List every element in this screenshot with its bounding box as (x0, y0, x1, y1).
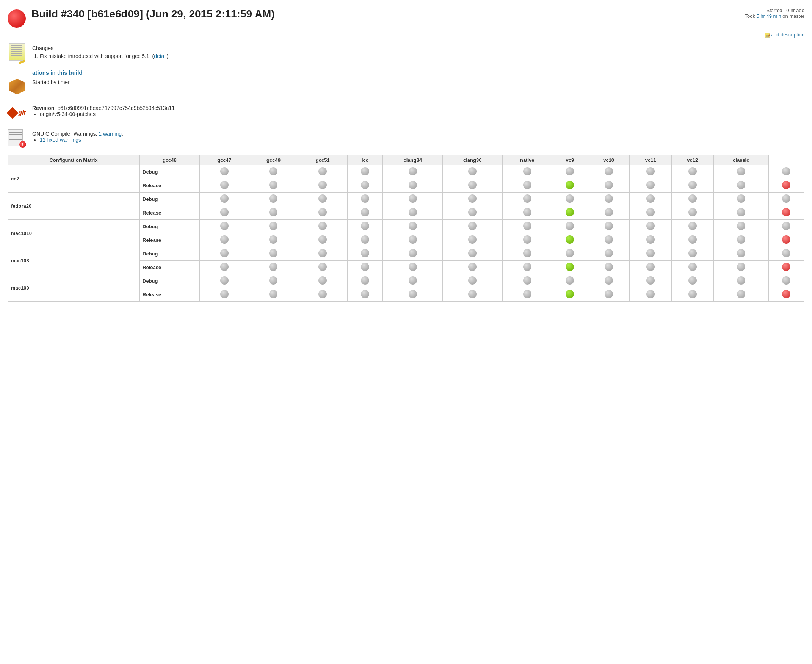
matrix-cell[interactable] (249, 206, 298, 220)
matrix-cell[interactable] (298, 274, 347, 288)
matrix-cell[interactable] (347, 288, 383, 301)
matrix-cell[interactable] (630, 206, 672, 220)
matrix-cell[interactable] (630, 192, 672, 206)
matrix-cell[interactable] (249, 179, 298, 192)
matrix-cell[interactable] (768, 288, 804, 301)
matrix-cell[interactable] (298, 233, 347, 247)
matrix-cell[interactable] (200, 288, 249, 301)
matrix-cell[interactable] (502, 233, 552, 247)
matrix-cell[interactable] (383, 192, 443, 206)
matrix-cell[interactable] (713, 233, 768, 247)
matrix-cell[interactable] (502, 179, 552, 192)
matrix-cell[interactable] (383, 260, 443, 274)
matrix-cell[interactable] (347, 247, 383, 260)
matrix-cell[interactable] (347, 260, 383, 274)
matrix-cell[interactable] (347, 233, 383, 247)
matrix-cell[interactable] (502, 247, 552, 260)
matrix-cell[interactable] (249, 220, 298, 233)
matrix-cell[interactable] (713, 274, 768, 288)
matrix-cell[interactable] (200, 165, 249, 179)
matrix-cell[interactable] (502, 288, 552, 301)
matrix-cell[interactable] (713, 260, 768, 274)
matrix-cell[interactable] (672, 179, 714, 192)
took-link[interactable]: 5 hr 49 min (757, 13, 781, 19)
matrix-cell[interactable] (552, 165, 587, 179)
matrix-cell[interactable] (298, 192, 347, 206)
matrix-cell[interactable] (552, 288, 587, 301)
matrix-cell[interactable] (552, 192, 587, 206)
matrix-cell[interactable] (587, 179, 630, 192)
warnings-link[interactable]: 1 warning (99, 131, 122, 137)
matrix-cell[interactable] (443, 192, 502, 206)
matrix-cell[interactable] (630, 233, 672, 247)
matrix-cell[interactable] (587, 206, 630, 220)
matrix-cell[interactable] (200, 260, 249, 274)
matrix-cell[interactable] (630, 260, 672, 274)
matrix-cell[interactable] (298, 179, 347, 192)
matrix-cell[interactable] (249, 247, 298, 260)
matrix-cell[interactable] (347, 274, 383, 288)
matrix-cell[interactable] (249, 288, 298, 301)
matrix-cell[interactable] (552, 274, 587, 288)
matrix-cell[interactable] (383, 288, 443, 301)
matrix-cell[interactable] (502, 274, 552, 288)
matrix-cell[interactable] (713, 247, 768, 260)
matrix-cell[interactable] (713, 206, 768, 220)
matrix-cell[interactable] (502, 260, 552, 274)
matrix-cell[interactable] (768, 260, 804, 274)
matrix-cell[interactable] (768, 165, 804, 179)
matrix-cell[interactable] (587, 192, 630, 206)
matrix-cell[interactable] (587, 165, 630, 179)
matrix-cell[interactable] (552, 206, 587, 220)
matrix-cell[interactable] (200, 247, 249, 260)
matrix-cell[interactable] (249, 260, 298, 274)
matrix-cell[interactable] (768, 206, 804, 220)
matrix-cell[interactable] (443, 220, 502, 233)
matrix-cell[interactable] (768, 179, 804, 192)
matrix-cell[interactable] (200, 274, 249, 288)
matrix-cell[interactable] (200, 179, 249, 192)
matrix-cell[interactable] (672, 220, 714, 233)
matrix-cell[interactable] (443, 206, 502, 220)
matrix-cell[interactable] (249, 165, 298, 179)
matrix-cell[interactable] (587, 247, 630, 260)
matrix-cell[interactable] (587, 260, 630, 274)
matrix-cell[interactable] (672, 260, 714, 274)
matrix-cell[interactable] (630, 247, 672, 260)
matrix-cell[interactable] (630, 220, 672, 233)
matrix-cell[interactable] (672, 288, 714, 301)
matrix-cell[interactable] (672, 247, 714, 260)
fixed-warnings-link[interactable]: 12 fixed warnings (40, 137, 81, 143)
matrix-cell[interactable] (443, 247, 502, 260)
matrix-cell[interactable] (383, 165, 443, 179)
matrix-cell[interactable] (298, 288, 347, 301)
matrix-cell[interactable] (713, 179, 768, 192)
matrix-cell[interactable] (672, 192, 714, 206)
matrix-cell[interactable] (298, 260, 347, 274)
add-description-link[interactable]: add description (765, 32, 804, 37)
matrix-cell[interactable] (200, 206, 249, 220)
matrix-cell[interactable] (768, 192, 804, 206)
matrix-cell[interactable] (298, 165, 347, 179)
matrix-cell[interactable] (443, 233, 502, 247)
matrix-cell[interactable] (443, 260, 502, 274)
matrix-cell[interactable] (630, 179, 672, 192)
matrix-cell[interactable] (383, 220, 443, 233)
matrix-cell[interactable] (383, 233, 443, 247)
matrix-cell[interactable] (672, 206, 714, 220)
matrix-cell[interactable] (249, 233, 298, 247)
matrix-cell[interactable] (502, 165, 552, 179)
matrix-cell[interactable] (383, 247, 443, 260)
matrix-cell[interactable] (587, 233, 630, 247)
matrix-cell[interactable] (552, 260, 587, 274)
matrix-cell[interactable] (587, 288, 630, 301)
matrix-cell[interactable] (347, 192, 383, 206)
matrix-cell[interactable] (443, 179, 502, 192)
matrix-cell[interactable] (587, 220, 630, 233)
matrix-cell[interactable] (768, 247, 804, 260)
matrix-cell[interactable] (587, 274, 630, 288)
matrix-cell[interactable] (552, 220, 587, 233)
matrix-cell[interactable] (630, 165, 672, 179)
matrix-cell[interactable] (672, 233, 714, 247)
matrix-cell[interactable] (502, 192, 552, 206)
